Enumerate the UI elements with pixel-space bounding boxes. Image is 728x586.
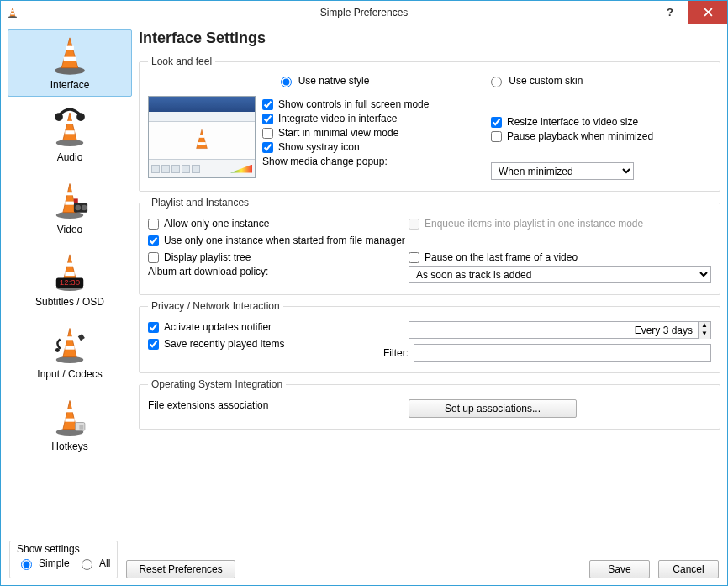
svg-rect-40 bbox=[199, 135, 204, 138]
footer: Show settings Simple All Reset Preferenc… bbox=[1, 537, 727, 585]
sidebar-item-video[interactable]: Video bbox=[8, 174, 132, 241]
privacy-group: Privacy / Network Interaction Activate u… bbox=[139, 300, 720, 373]
close-icon bbox=[704, 8, 713, 17]
show-simple-radio[interactable]: Simple bbox=[17, 557, 70, 570]
svg-rect-25 bbox=[65, 272, 74, 276]
enqueue-checkbox: Enqueue items into playlist in one insta… bbox=[409, 218, 643, 230]
audio-icon bbox=[48, 106, 92, 150]
svg-rect-35 bbox=[66, 409, 73, 412]
svg-rect-7 bbox=[64, 57, 76, 61]
show-systray-checkbox[interactable]: Show systray icon bbox=[262, 141, 360, 153]
sidebar-item-subtitles[interactable]: 12:30 Subtitles / OSD bbox=[8, 246, 132, 314]
preferences-window: Simple Preferences ? Interface Audio Vid… bbox=[0, 0, 728, 586]
spin-up-icon[interactable]: ▲ bbox=[699, 322, 710, 330]
sidebar-item-interface[interactable]: Interface bbox=[8, 29, 132, 97]
svg-rect-2 bbox=[11, 13, 15, 15]
integrate-video-checkbox[interactable]: Integrate video in interface bbox=[262, 113, 397, 124]
sidebar-item-hotkeys[interactable]: Hotkeys bbox=[8, 391, 132, 458]
svg-rect-21 bbox=[74, 198, 78, 203]
svg-rect-11 bbox=[65, 130, 74, 134]
cone-icon bbox=[187, 126, 216, 155]
native-style-radio[interactable]: Use native style bbox=[277, 74, 370, 87]
interface-icon bbox=[48, 34, 92, 77]
svg-rect-36 bbox=[65, 419, 74, 422]
update-interval-spinbox[interactable]: Every 3 days ▲▼ bbox=[409, 321, 711, 339]
spin-down-icon[interactable]: ▼ bbox=[699, 330, 710, 339]
media-popup-label: Show media change popup: bbox=[262, 156, 388, 167]
os-integration-group: Operating System Integration File extens… bbox=[139, 378, 720, 430]
group-legend: Privacy / Network Interaction bbox=[148, 300, 283, 312]
svg-marker-29 bbox=[63, 329, 76, 357]
subtitles-icon: 12:30 bbox=[48, 251, 92, 294]
svg-rect-6 bbox=[66, 46, 74, 50]
svg-rect-24 bbox=[66, 263, 73, 267]
hotkeys-icon bbox=[48, 395, 92, 439]
album-art-label: Album art download policy: bbox=[148, 266, 268, 277]
resize-to-video-checkbox[interactable]: Resize interface to video size bbox=[491, 116, 638, 128]
sidebar-item-label: Audio bbox=[10, 151, 129, 163]
display-tree-checkbox[interactable]: Display playlist tree bbox=[148, 251, 251, 263]
one-instance-fm-checkbox[interactable]: Use only one instance when started from … bbox=[148, 235, 405, 246]
album-art-select[interactable]: As soon as track is added bbox=[409, 266, 711, 283]
sidebar-item-input-codecs[interactable]: Input / Codecs bbox=[8, 319, 132, 386]
updates-notifier-checkbox[interactable]: Activate updates notifier bbox=[148, 321, 272, 333]
window-title: Simple Preferences bbox=[1, 7, 727, 18]
category-sidebar: Interface Audio Video 12:30 Subtitles / … bbox=[8, 29, 132, 532]
svg-rect-30 bbox=[66, 336, 73, 340]
custom-skin-radio[interactable]: Use custom skin bbox=[487, 74, 583, 87]
start-minimal-checkbox[interactable]: Start in minimal view mode bbox=[262, 127, 398, 139]
svg-rect-16 bbox=[66, 192, 73, 195]
svg-rect-1 bbox=[12, 10, 14, 12]
svg-text:12:30: 12:30 bbox=[60, 277, 81, 287]
vlc-app-icon bbox=[6, 6, 19, 19]
svg-rect-10 bbox=[66, 121, 73, 124]
style-preview bbox=[148, 96, 256, 178]
svg-point-20 bbox=[82, 205, 87, 211]
save-button[interactable]: Save bbox=[589, 560, 650, 578]
look-and-feel-group: Look and feel Use native style Use custo… bbox=[139, 55, 720, 192]
pause-last-frame-checkbox[interactable]: Pause on the last frame of a video bbox=[409, 251, 578, 263]
close-button[interactable] bbox=[688, 1, 727, 24]
svg-rect-31 bbox=[65, 346, 74, 350]
sidebar-item-label: Subtitles / OSD bbox=[10, 296, 129, 308]
show-all-radio[interactable]: All bbox=[77, 557, 110, 570]
codecs-icon bbox=[48, 323, 92, 367]
file-assoc-label: File extensions association bbox=[148, 399, 268, 411]
svg-rect-38 bbox=[79, 425, 83, 430]
svg-marker-9 bbox=[63, 113, 76, 140]
sidebar-item-label: Hotkeys bbox=[10, 441, 129, 452]
help-button[interactable]: ? bbox=[652, 1, 688, 24]
group-legend: Operating System Integration bbox=[148, 378, 286, 390]
group-legend: Look and feel bbox=[148, 55, 215, 67]
group-legend: Playlist and Instances bbox=[148, 197, 252, 209]
reset-preferences-button[interactable]: Reset Preferences bbox=[126, 560, 235, 578]
sidebar-item-audio[interactable]: Audio bbox=[8, 102, 132, 169]
video-icon bbox=[48, 178, 92, 222]
one-instance-checkbox[interactable]: Allow only one instance bbox=[148, 218, 269, 230]
show-settings-group: Show settings Simple All bbox=[9, 541, 118, 578]
pause-minimized-checkbox[interactable]: Pause playback when minimized bbox=[491, 130, 653, 142]
media-popup-select[interactable]: When minimized bbox=[491, 162, 634, 180]
filter-input[interactable] bbox=[414, 344, 711, 362]
titlebar: Simple Preferences ? bbox=[1, 1, 727, 24]
svg-marker-0 bbox=[10, 8, 15, 17]
svg-rect-41 bbox=[198, 142, 206, 145]
svg-point-3 bbox=[8, 16, 17, 18]
sidebar-item-label: Video bbox=[10, 224, 129, 235]
playlist-group: Playlist and Instances Allow only one in… bbox=[139, 197, 720, 295]
svg-point-19 bbox=[76, 205, 82, 211]
svg-marker-5 bbox=[61, 38, 78, 68]
save-recent-checkbox[interactable]: Save recently played items bbox=[148, 338, 284, 350]
setup-associations-button[interactable]: Set up associations... bbox=[409, 399, 577, 418]
show-settings-label: Show settings bbox=[17, 543, 110, 555]
cancel-button[interactable]: Cancel bbox=[658, 560, 719, 578]
show-controls-fs-checkbox[interactable]: Show controls in full screen mode bbox=[262, 98, 429, 110]
svg-marker-34 bbox=[63, 401, 76, 430]
page-title: Interface Settings bbox=[139, 29, 720, 47]
svg-point-12 bbox=[55, 113, 63, 121]
filter-label: Filter: bbox=[375, 347, 409, 359]
svg-point-32 bbox=[55, 348, 60, 352]
sidebar-item-label: Input / Codecs bbox=[10, 368, 129, 380]
svg-marker-39 bbox=[197, 129, 208, 148]
svg-point-13 bbox=[76, 113, 85, 121]
